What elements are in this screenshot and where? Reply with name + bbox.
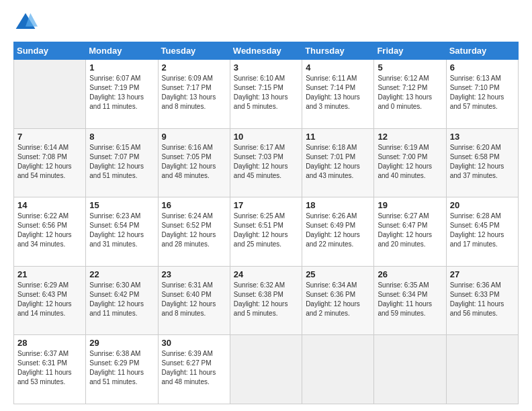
cell-info: Sunrise: 6:34 AMSunset: 6:36 PMDaylight:…: [306, 281, 370, 318]
cell-info: Sunrise: 6:22 AMSunset: 6:56 PMDaylight:…: [17, 212, 82, 249]
day-number: 15: [89, 200, 154, 210]
day-number: 4: [306, 62, 370, 73]
calendar-cell: 29Sunrise: 6:38 AMSunset: 6:29 PMDayligh…: [86, 335, 158, 404]
day-number: 7: [17, 132, 82, 142]
day-number: 29: [89, 338, 154, 348]
cell-info: Sunrise: 6:18 AMSunset: 7:01 PMDaylight:…: [306, 143, 370, 181]
cell-info: Sunrise: 6:37 AMSunset: 6:31 PMDaylight:…: [17, 349, 82, 387]
calendar-cell: [446, 335, 518, 404]
day-number: 17: [234, 200, 298, 210]
cell-info: Sunrise: 6:15 AMSunset: 7:07 PMDaylight:…: [89, 143, 154, 181]
day-number: 26: [378, 269, 442, 279]
day-number: 30: [162, 338, 226, 348]
day-number: 2: [162, 62, 226, 73]
day-number: 3: [234, 62, 298, 73]
cell-info: Sunrise: 6:35 AMSunset: 6:34 PMDaylight:…: [378, 281, 442, 318]
calendar-cell: 11Sunrise: 6:18 AMSunset: 7:01 PMDayligh…: [302, 128, 374, 197]
calendar-cell: 10Sunrise: 6:17 AMSunset: 7:03 PMDayligh…: [230, 128, 302, 197]
cell-info: Sunrise: 6:26 AMSunset: 6:49 PMDaylight:…: [306, 212, 370, 249]
calendar-cell: 14Sunrise: 6:22 AMSunset: 6:56 PMDayligh…: [14, 197, 86, 267]
cell-info: Sunrise: 6:07 AMSunset: 7:19 PMDaylight:…: [89, 74, 154, 111]
logo-icon: [13, 11, 38, 35]
calendar-cell: 16Sunrise: 6:24 AMSunset: 6:52 PMDayligh…: [158, 197, 230, 267]
cell-info: Sunrise: 6:27 AMSunset: 6:47 PMDaylight:…: [378, 212, 442, 249]
day-number: 1: [89, 62, 154, 73]
cell-info: Sunrise: 6:10 AMSunset: 7:15 PMDaylight:…: [234, 74, 298, 111]
day-number: 19: [378, 200, 442, 210]
calendar-table: SundayMondayTuesdayWednesdayThursdayFrid…: [13, 42, 519, 404]
calendar-cell: 26Sunrise: 6:35 AMSunset: 6:34 PMDayligh…: [374, 266, 446, 335]
cell-info: Sunrise: 6:19 AMSunset: 7:00 PMDaylight:…: [378, 143, 442, 181]
day-number: 20: [450, 200, 515, 210]
calendar-cell: [14, 60, 86, 129]
cell-info: Sunrise: 6:11 AMSunset: 7:14 PMDaylight:…: [306, 74, 370, 111]
cell-info: Sunrise: 6:36 AMSunset: 6:33 PMDaylight:…: [450, 281, 515, 318]
calendar-cell: 1Sunrise: 6:07 AMSunset: 7:19 PMDaylight…: [86, 60, 158, 129]
calendar-cell: 13Sunrise: 6:20 AMSunset: 6:58 PMDayligh…: [446, 128, 518, 197]
calendar-cell: 28Sunrise: 6:37 AMSunset: 6:31 PMDayligh…: [14, 335, 86, 404]
day-number: 23: [162, 269, 226, 279]
day-number: 24: [234, 269, 298, 279]
cell-info: Sunrise: 6:38 AMSunset: 6:29 PMDaylight:…: [89, 349, 154, 387]
cell-info: Sunrise: 6:14 AMSunset: 7:08 PMDaylight:…: [17, 143, 82, 181]
day-number: 11: [306, 132, 370, 142]
calendar-cell: 20Sunrise: 6:28 AMSunset: 6:45 PMDayligh…: [446, 197, 518, 267]
day-number: 14: [17, 200, 82, 210]
day-number: 18: [306, 200, 370, 210]
cell-info: Sunrise: 6:32 AMSunset: 6:38 PMDaylight:…: [234, 281, 298, 318]
cell-info: Sunrise: 6:30 AMSunset: 6:42 PMDaylight:…: [89, 281, 154, 318]
day-number: 28: [17, 338, 82, 348]
day-number: 8: [89, 132, 154, 142]
calendar-body: 1Sunrise: 6:07 AMSunset: 7:19 PMDaylight…: [14, 60, 519, 404]
day-number: 9: [162, 132, 226, 142]
day-number: 21: [17, 269, 82, 279]
calendar-cell: 7Sunrise: 6:14 AMSunset: 7:08 PMDaylight…: [14, 128, 86, 197]
cell-info: Sunrise: 6:13 AMSunset: 7:10 PMDaylight:…: [450, 74, 515, 111]
cell-info: Sunrise: 6:24 AMSunset: 6:52 PMDaylight:…: [162, 212, 226, 249]
cell-info: Sunrise: 6:31 AMSunset: 6:40 PMDaylight:…: [162, 281, 226, 318]
page: SundayMondayTuesdayWednesdayThursdayFrid…: [0, 0, 532, 411]
weekday-row: SundayMondayTuesdayWednesdayThursdayFrid…: [14, 42, 519, 60]
calendar-cell: [374, 335, 446, 404]
calendar-header: SundayMondayTuesdayWednesdayThursdayFrid…: [14, 42, 519, 60]
cell-info: Sunrise: 6:28 AMSunset: 6:45 PMDaylight:…: [450, 212, 515, 249]
calendar-cell: 2Sunrise: 6:09 AMSunset: 7:17 PMDaylight…: [158, 60, 230, 129]
calendar-cell: 18Sunrise: 6:26 AMSunset: 6:49 PMDayligh…: [302, 197, 374, 267]
calendar-cell: 4Sunrise: 6:11 AMSunset: 7:14 PMDaylight…: [302, 60, 374, 129]
calendar-cell: 9Sunrise: 6:16 AMSunset: 7:05 PMDaylight…: [158, 128, 230, 197]
week-row-1: 7Sunrise: 6:14 AMSunset: 7:08 PMDaylight…: [14, 128, 519, 197]
week-row-2: 14Sunrise: 6:22 AMSunset: 6:56 PMDayligh…: [14, 197, 519, 267]
day-number: 16: [162, 200, 226, 210]
week-row-4: 28Sunrise: 6:37 AMSunset: 6:31 PMDayligh…: [14, 335, 519, 404]
calendar-cell: [230, 335, 302, 404]
calendar-cell: 5Sunrise: 6:12 AMSunset: 7:12 PMDaylight…: [374, 60, 446, 129]
weekday-header-friday: Friday: [374, 42, 446, 60]
calendar-cell: 8Sunrise: 6:15 AMSunset: 7:07 PMDaylight…: [86, 128, 158, 197]
calendar-cell: [302, 335, 374, 404]
calendar-cell: 25Sunrise: 6:34 AMSunset: 6:36 PMDayligh…: [302, 266, 374, 335]
calendar-cell: 19Sunrise: 6:27 AMSunset: 6:47 PMDayligh…: [374, 197, 446, 267]
calendar-cell: 17Sunrise: 6:25 AMSunset: 6:51 PMDayligh…: [230, 197, 302, 267]
calendar-cell: 12Sunrise: 6:19 AMSunset: 7:00 PMDayligh…: [374, 128, 446, 197]
calendar-cell: 27Sunrise: 6:36 AMSunset: 6:33 PMDayligh…: [446, 266, 518, 335]
calendar-cell: 30Sunrise: 6:39 AMSunset: 6:27 PMDayligh…: [158, 335, 230, 404]
cell-info: Sunrise: 6:23 AMSunset: 6:54 PMDaylight:…: [89, 212, 154, 249]
day-number: 10: [234, 132, 298, 142]
cell-info: Sunrise: 6:12 AMSunset: 7:12 PMDaylight:…: [378, 74, 442, 111]
logo: [13, 11, 42, 35]
header: [13, 11, 519, 35]
cell-info: Sunrise: 6:25 AMSunset: 6:51 PMDaylight:…: [234, 212, 298, 249]
weekday-header-wednesday: Wednesday: [230, 42, 302, 60]
weekday-header-thursday: Thursday: [302, 42, 374, 60]
cell-info: Sunrise: 6:20 AMSunset: 6:58 PMDaylight:…: [450, 143, 515, 181]
calendar-cell: 22Sunrise: 6:30 AMSunset: 6:42 PMDayligh…: [86, 266, 158, 335]
cell-info: Sunrise: 6:09 AMSunset: 7:17 PMDaylight:…: [162, 74, 226, 111]
day-number: 25: [306, 269, 370, 279]
cell-info: Sunrise: 6:29 AMSunset: 6:43 PMDaylight:…: [17, 281, 82, 318]
day-number: 5: [378, 62, 442, 73]
calendar-cell: 23Sunrise: 6:31 AMSunset: 6:40 PMDayligh…: [158, 266, 230, 335]
weekday-header-monday: Monday: [86, 42, 158, 60]
calendar-cell: 3Sunrise: 6:10 AMSunset: 7:15 PMDaylight…: [230, 60, 302, 129]
calendar-cell: 6Sunrise: 6:13 AMSunset: 7:10 PMDaylight…: [446, 60, 518, 129]
cell-info: Sunrise: 6:17 AMSunset: 7:03 PMDaylight:…: [234, 143, 298, 181]
